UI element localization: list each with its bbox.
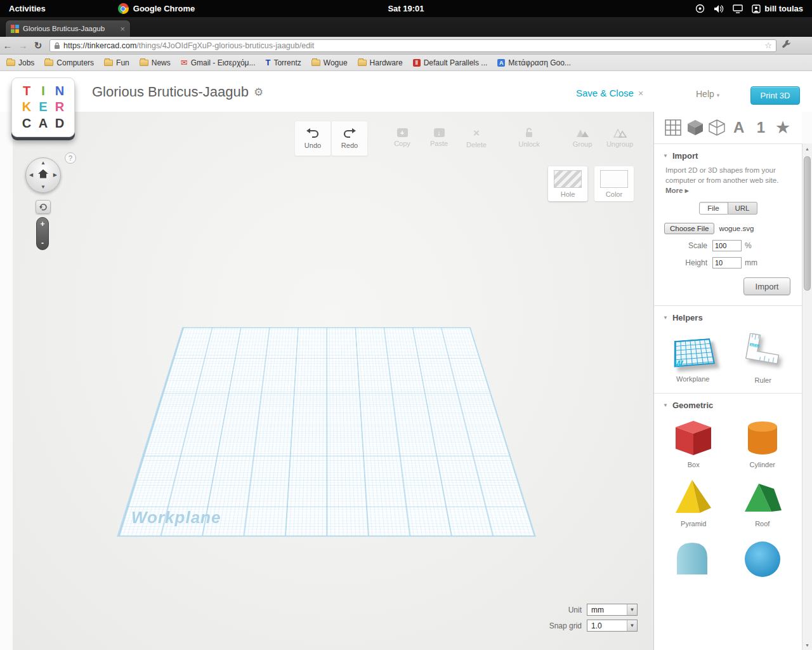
scroll-up-icon[interactable]: ▲ (802, 143, 812, 154)
browser-tab[interactable]: Glorious Bruticus-Jaagub × (5, 20, 131, 37)
shape-cylinder[interactable]: Cylinder (728, 418, 797, 468)
forward-button[interactable]: → (15, 40, 30, 51)
shape-roof[interactable]: Roof (728, 477, 797, 527)
import-section-header[interactable]: ▼ Import (654, 148, 802, 164)
folder-icon (6, 60, 15, 66)
solid-shapes-category-icon[interactable] (686, 119, 704, 136)
bookmark-fun[interactable]: Fun (104, 58, 129, 67)
help-menu[interactable]: Help ▾ (696, 89, 719, 99)
tinkercad-logo[interactable]: TIN KER CAD (11, 77, 75, 137)
symbols-category-icon[interactable]: ★ (774, 119, 792, 136)
redo-button[interactable]: Redo (331, 121, 368, 156)
color-patch (600, 170, 628, 188)
bookmark-news[interactable]: News (140, 58, 171, 67)
bookmark-parallels[interactable]: ‖Default Parallels ... (413, 58, 488, 67)
design-title: Glorious Bruticus-Jaagub ⚙ (92, 84, 263, 100)
scale-unit: % (745, 241, 752, 250)
design-settings-gear-icon[interactable]: ⚙ (254, 86, 263, 99)
paste-button[interactable]: ↓ Paste (421, 121, 457, 155)
workplane-grid[interactable] (117, 328, 535, 536)
numbers-category-icon[interactable]: 1 (752, 119, 769, 136)
rotate-view-button[interactable] (36, 200, 51, 214)
bookmark-jobs[interactable]: Jobs (6, 58, 34, 67)
group-button[interactable]: Group (565, 121, 600, 155)
pan-down-icon[interactable]: ▼ (41, 185, 46, 190)
zoom-control[interactable]: + - (36, 217, 49, 250)
letters-category-icon[interactable]: A (730, 119, 748, 136)
home-view-icon[interactable] (38, 169, 48, 181)
scrollbar-thumb[interactable] (804, 156, 811, 291)
choose-file-button[interactable]: Choose File (664, 223, 714, 234)
geometric-section-header[interactable]: ▼ Geometric (654, 397, 802, 413)
pan-right-icon[interactable]: ▶ (53, 173, 57, 178)
design-canvas[interactable]: Undo Redo + Copy ↓ Paste × Delete Unlock… (13, 112, 653, 650)
chosen-file-name: wogue.svg (719, 225, 754, 232)
print-3d-button[interactable]: Print 3D (750, 86, 800, 105)
hole-swatch[interactable]: Hole (548, 166, 587, 201)
chrome-tab-strip: Glorious Bruticus-Jaagub × (0, 17, 812, 37)
sidebar-scrollbar[interactable]: ▲ ▼ (802, 143, 812, 650)
volume-icon[interactable] (714, 4, 724, 13)
collapse-triangle-icon: ▼ (663, 153, 668, 159)
unit-select[interactable]: mm ▼ (587, 604, 638, 616)
address-bar[interactable]: https://tinkercad.com/things/4JoOIdFgXuP… (49, 39, 776, 52)
pan-left-icon[interactable]: ◀ (29, 173, 33, 178)
tab-close-icon[interactable]: × (120, 25, 125, 33)
bookmark-wogue[interactable]: Wogue (311, 58, 348, 67)
shape-pyramid[interactable]: Pyramid (659, 477, 728, 527)
scale-input[interactable] (712, 240, 742, 251)
ruler-helper[interactable]: mm Ruler (731, 333, 795, 384)
snap-grid-select[interactable]: 1.0 ▼ (587, 620, 638, 632)
scroll-down-icon[interactable]: ▼ (802, 640, 812, 650)
settings-icon[interactable] (695, 4, 705, 13)
bookmark-computers[interactable]: Computers (44, 58, 94, 67)
view-help-button[interactable]: ? (65, 152, 76, 164)
helpers-section-header[interactable]: ▼ Helpers (654, 310, 802, 326)
clock[interactable]: Sat 19:01 (388, 4, 424, 13)
gmail-icon: ✉ (181, 58, 188, 67)
workplane-category-icon[interactable] (664, 119, 682, 136)
undo-icon (306, 128, 320, 139)
copy-button[interactable]: + Copy (384, 121, 420, 155)
ungroup-button[interactable]: Ungroup (602, 121, 638, 155)
zoom-out-button[interactable]: - (41, 239, 44, 247)
reload-button[interactable]: ↻ (30, 40, 46, 51)
file-tab[interactable]: File (699, 202, 728, 215)
chrome-menu-icon[interactable] (782, 39, 791, 51)
shape-box[interactable]: Box (659, 418, 728, 468)
more-link[interactable]: More ▸ (665, 187, 688, 194)
shape-half-cylinder[interactable] (659, 536, 728, 577)
delete-button[interactable]: × Delete (459, 121, 494, 155)
url-text: https://tinkercad.com/things/4JoOIdFgXuP… (63, 41, 761, 50)
bookmark-gmail[interactable]: ✉Gmail - Εισερχόμ... (181, 58, 256, 67)
workplane-helper[interactable]: W Workplane (661, 333, 724, 384)
user-menu[interactable]: bill toulas (752, 4, 803, 13)
torrentz-icon: T (265, 58, 270, 67)
url-tab[interactable]: URL (728, 202, 757, 215)
bookmark-translate[interactable]: AΜετάφραση Goo... (497, 58, 571, 67)
active-app-indicator[interactable]: Google Chrome (118, 3, 195, 14)
height-input[interactable] (712, 257, 742, 269)
workplane[interactable]: Workplane (117, 287, 533, 536)
height-label: Height (654, 258, 707, 267)
cylinder-shape-icon (740, 418, 785, 459)
chrome-toolbar: ← → ↻ https://tinkercad.com/things/4JoOI… (0, 37, 812, 55)
bookmark-star-icon[interactable]: ☆ (764, 41, 772, 50)
view-pan-pad[interactable]: ▲ ▼ ◀ ▶ (25, 157, 61, 193)
undo-button[interactable]: Undo (294, 121, 331, 156)
height-unit: mm (745, 258, 757, 267)
bookmark-hardware[interactable]: Hardware (358, 58, 403, 67)
bookmark-torrentz[interactable]: TTorrentz (265, 58, 301, 67)
save-close-link[interactable]: Save & Close (576, 88, 634, 98)
unlock-button[interactable]: Unlock (511, 121, 547, 155)
shape-sphere[interactable] (728, 536, 797, 577)
import-button[interactable]: Import (743, 277, 790, 295)
zoom-in-button[interactable]: + (40, 220, 44, 228)
pan-up-icon[interactable]: ▲ (41, 161, 46, 166)
close-icon[interactable]: × (638, 88, 643, 98)
display-icon[interactable] (733, 4, 743, 13)
hole-shapes-category-icon[interactable] (708, 119, 726, 136)
back-button[interactable]: ← (0, 40, 15, 51)
activities-button[interactable]: Activities (0, 4, 55, 13)
color-swatch[interactable]: Color (594, 166, 634, 201)
